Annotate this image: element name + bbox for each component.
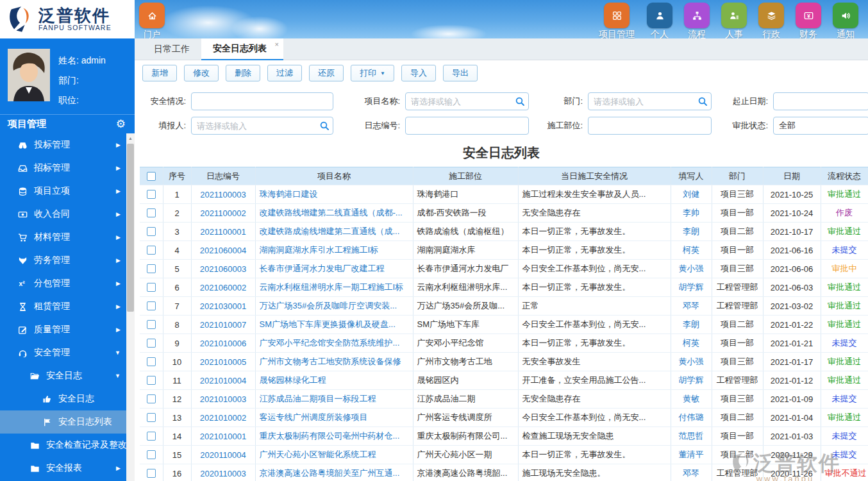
project-link[interactable]: 珠海鹤港口建设 — [255, 185, 413, 204]
writer-link[interactable]: 柯英 — [671, 241, 712, 260]
top-nav-item[interactable]: 人事 — [715, 3, 753, 40]
sidebar-item-招标管理[interactable]: 招标管理▶ — [0, 156, 135, 180]
row-checkbox[interactable] — [147, 283, 156, 292]
row-checkbox[interactable] — [147, 469, 156, 478]
project-link[interactable]: 广安邓小平纪念馆安全防范系统维护... — [255, 334, 413, 353]
sidebar-item-质量管理[interactable]: 质量管理▶ — [0, 318, 135, 341]
log-no-link[interactable]: 2021010002 — [191, 409, 255, 427]
toolbar-button-导入[interactable]: 导入 — [401, 65, 436, 81]
log-no-link[interactable]: 2020110003 — [191, 464, 255, 481]
filter-input[interactable] — [588, 92, 712, 110]
filter-input[interactable] — [405, 92, 529, 110]
project-link[interactable]: 广州天心苑小区智能化系统工程 — [255, 446, 413, 464]
log-no-link[interactable]: 2021010001 — [191, 427, 255, 446]
log-no-link[interactable]: 2021100001 — [191, 223, 255, 241]
row-checkbox[interactable] — [147, 208, 156, 217]
filter-input[interactable] — [191, 117, 333, 135]
sidebar-item-劳务管理[interactable]: 劳务管理▶ — [0, 249, 135, 272]
row-checkbox[interactable] — [147, 394, 156, 403]
top-nav-item[interactable]: 行政 — [753, 3, 790, 40]
log-no-link[interactable]: 2021100002 — [191, 204, 255, 223]
writer-link[interactable]: 李朗 — [671, 223, 712, 241]
writer-link[interactable]: 刘健 — [671, 185, 712, 204]
project-link[interactable]: 京港澳高速公路粤境韶关至广州互通... — [255, 464, 413, 481]
filter-input[interactable] — [191, 92, 333, 110]
project-link[interactable]: SM广场地下车库更换摄像机及硬盘... — [255, 316, 413, 334]
sidebar-item-安全管理[interactable]: 安全管理▼ — [0, 341, 135, 364]
project-link[interactable]: 重庆太极制药有限公司亳州中药材仓... — [255, 427, 413, 446]
log-no-link[interactable]: 2021100003 — [191, 185, 255, 204]
filter-input[interactable] — [773, 92, 868, 110]
sidebar-item-材料管理[interactable]: 材料管理▶ — [0, 226, 135, 249]
writer-link[interactable]: 胡学辉 — [671, 278, 712, 297]
row-checkbox[interactable] — [147, 450, 156, 459]
toolbar-button-打印[interactable]: 打印▼ — [351, 65, 394, 81]
row-checkbox[interactable] — [147, 246, 156, 255]
scrollbar-thumb[interactable] — [127, 144, 134, 312]
writer-link[interactable]: 胡学辉 — [671, 371, 712, 390]
sidebar-item-收入合同[interactable]: 收入合同▶ — [0, 203, 135, 226]
search-icon[interactable] — [697, 96, 708, 106]
approval-status-select[interactable] — [773, 117, 868, 135]
row-checkbox[interactable] — [147, 264, 156, 273]
top-nav-item[interactable]: ¥财务 — [790, 3, 827, 40]
top-nav-item[interactable]: 项目管理 — [592, 3, 641, 40]
log-no-link[interactable]: 2021010007 — [191, 316, 255, 334]
row-checkbox[interactable] — [147, 357, 156, 366]
toolbar-button-新增[interactable]: 新增 — [142, 65, 177, 81]
filter-input[interactable] — [405, 117, 529, 135]
log-no-link[interactable]: 2021010006 — [191, 334, 255, 353]
project-link[interactable]: 万达广场35#会所及咖啡厅空调安装... — [255, 297, 413, 316]
search-icon[interactable] — [319, 121, 330, 131]
sidebar-item-租赁管理[interactable]: 租赁管理▶ — [0, 295, 135, 318]
toolbar-button-删除[interactable]: 删除 — [226, 65, 260, 81]
toolbar-button-过滤[interactable]: 过滤 — [267, 65, 302, 81]
top-nav-item[interactable]: 通知 — [827, 3, 864, 40]
project-link[interactable]: 改建铁路成渝线增建第二直通线（成... — [255, 223, 413, 241]
filter-input[interactable] — [588, 117, 712, 135]
sidebar-item-分包管理[interactable]: x²分包管理▶ — [0, 272, 135, 295]
sidebar-scrollbar[interactable]: ▲ — [126, 133, 135, 481]
scroll-up-icon[interactable]: ▲ — [126, 133, 135, 143]
sidebar-item-投标管理[interactable]: 投标管理▶ — [0, 133, 135, 156]
row-checkbox[interactable] — [147, 301, 156, 310]
nav-portal[interactable]: 门户 — [137, 3, 167, 40]
writer-link[interactable]: 黄小强 — [671, 260, 712, 278]
writer-link[interactable]: 李帅 — [671, 204, 712, 223]
writer-link[interactable]: 柯英 — [671, 334, 712, 353]
writer-link[interactable]: 董清平 — [671, 446, 712, 464]
gear-icon[interactable]: ⚙ — [116, 117, 126, 131]
writer-link[interactable]: 付伟璐 — [671, 409, 712, 427]
project-link[interactable]: 长春市伊通河水力发电厂改建工程 — [255, 260, 413, 278]
top-nav-item[interactable]: 流程 — [678, 3, 715, 40]
sidebar-item-安全报表[interactable]: 安全报表▶ — [0, 457, 135, 480]
toolbar-button-导出[interactable]: 导出 — [443, 65, 478, 81]
sidebar-item-安全检查记录及整改[interactable]: 安全检查记录及整改 — [0, 434, 135, 457]
row-checkbox[interactable] — [147, 339, 156, 348]
toolbar-button-修改[interactable]: 修改 — [184, 65, 219, 81]
writer-link[interactable]: 邓琴 — [671, 464, 712, 481]
select-all-checkbox[interactable] — [147, 172, 156, 181]
sidebar-item-安全日志[interactable]: 安全日志 — [0, 387, 135, 410]
writer-link[interactable]: 黄敏 — [671, 390, 712, 409]
sidebar-item-项目立项[interactable]: 项目立项▶ — [0, 180, 135, 203]
writer-link[interactable]: 邓琴 — [671, 297, 712, 316]
row-checkbox[interactable] — [147, 227, 156, 236]
row-checkbox[interactable] — [147, 190, 156, 199]
close-icon[interactable]: × — [275, 40, 279, 48]
log-no-link[interactable]: 2021010004 — [191, 371, 255, 390]
toolbar-button-还原[interactable]: 还原 — [309, 65, 344, 81]
row-checkbox[interactable] — [147, 432, 156, 441]
project-link[interactable]: 江苏成品油二期项目一标段工程 — [255, 390, 413, 409]
project-link[interactable]: 晟铭园林绿化工程 — [255, 371, 413, 390]
row-checkbox[interactable] — [147, 376, 156, 385]
writer-link[interactable]: 范思哲 — [671, 427, 712, 446]
log-no-link[interactable]: 2021010003 — [191, 390, 255, 409]
writer-link[interactable]: 李朗 — [671, 316, 712, 334]
project-link[interactable]: 客运专线广州调度所装修项目 — [255, 409, 413, 427]
log-no-link[interactable]: 2021060002 — [191, 278, 255, 297]
log-no-link[interactable]: 2021030001 — [191, 297, 255, 316]
writer-link[interactable]: 黄小强 — [671, 353, 712, 371]
tab-日常工作[interactable]: 日常工作 — [142, 38, 201, 60]
search-icon[interactable] — [515, 96, 525, 106]
